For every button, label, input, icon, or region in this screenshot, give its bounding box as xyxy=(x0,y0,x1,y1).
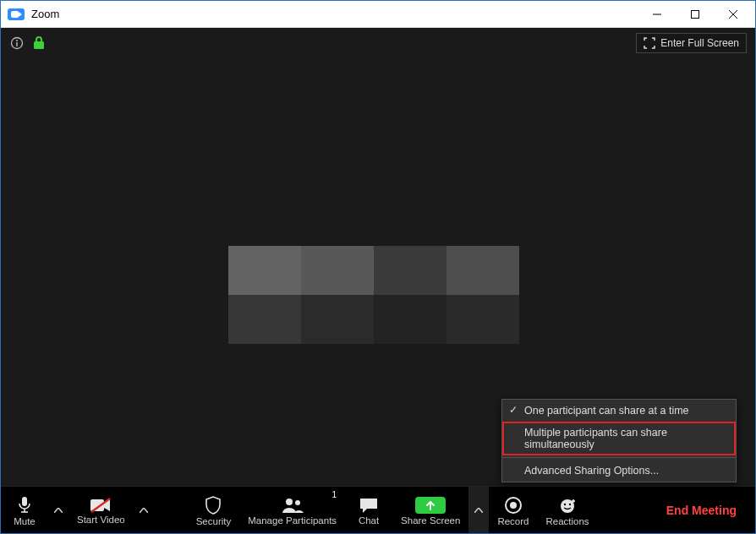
start-video-button[interactable]: Start Video xyxy=(68,487,134,533)
window-controls xyxy=(638,2,752,27)
chevron-up-icon xyxy=(54,508,63,513)
advanced-sharing-options[interactable]: Advanced Sharing Options... xyxy=(502,460,736,482)
zoom-window: Zoom Enter Full Screen xyxy=(0,0,756,534)
chevron-up-icon xyxy=(140,508,148,513)
titlebar: Zoom xyxy=(1,1,755,28)
fullscreen-label: Enter Full Screen xyxy=(660,37,739,49)
participants-count-badge: 1 xyxy=(332,490,337,499)
svg-point-19 xyxy=(569,503,571,504)
video-off-icon xyxy=(90,498,112,513)
svg-rect-8 xyxy=(22,497,27,506)
minimize-button[interactable] xyxy=(638,2,676,27)
enter-fullscreen-button[interactable]: Enter Full Screen xyxy=(636,33,747,53)
share-option-multiple[interactable]: Multiple participants can share simultan… xyxy=(502,422,736,455)
meeting-info-icon[interactable] xyxy=(9,35,25,51)
mute-button[interactable]: Mute xyxy=(1,487,48,533)
svg-point-14 xyxy=(295,500,300,505)
encryption-lock-icon[interactable] xyxy=(31,35,47,51)
svg-point-13 xyxy=(286,499,293,505)
svg-point-18 xyxy=(564,503,566,504)
reactions-button[interactable]: Reactions xyxy=(537,487,597,533)
meeting-toolbar: Mute Start Video Security xyxy=(1,486,755,533)
menu-separator xyxy=(502,457,736,458)
share-screen-button[interactable]: Share Screen xyxy=(392,487,468,533)
participants-icon xyxy=(281,497,304,514)
chat-icon xyxy=(359,497,379,514)
chevron-up-icon xyxy=(474,508,483,513)
reactions-icon xyxy=(558,496,577,515)
maximize-button[interactable] xyxy=(676,2,714,27)
microphone-icon xyxy=(16,496,33,515)
share-options-menu: One participant can share at a time Mult… xyxy=(501,399,737,482)
end-meeting-button[interactable]: End Meeting xyxy=(648,487,755,533)
video-area: One participant can share at a time Mult… xyxy=(1,58,755,486)
meeting-topbar: Enter Full Screen xyxy=(1,28,755,58)
video-options-chevron[interactable] xyxy=(134,487,154,533)
chat-button[interactable]: Chat xyxy=(345,487,392,533)
share-option-single[interactable]: One participant can share at a time xyxy=(502,400,736,422)
audio-options-chevron[interactable] xyxy=(48,487,68,533)
window-title: Zoom xyxy=(31,8,59,20)
share-screen-icon xyxy=(415,497,446,514)
shield-icon xyxy=(205,496,222,515)
svg-rect-6 xyxy=(16,42,17,46)
svg-point-5 xyxy=(16,40,18,41)
svg-rect-7 xyxy=(34,41,44,49)
manage-participants-button[interactable]: 1 Manage Participants xyxy=(239,487,345,533)
share-options-chevron[interactable] xyxy=(468,487,489,533)
redacted-name-area xyxy=(228,246,519,344)
zoom-app-icon xyxy=(8,8,25,20)
security-button[interactable]: Security xyxy=(188,487,240,533)
record-icon xyxy=(504,496,523,515)
svg-point-16 xyxy=(510,502,517,509)
record-button[interactable]: Record xyxy=(489,487,537,533)
svg-rect-1 xyxy=(691,10,698,18)
fullscreen-icon xyxy=(644,37,655,49)
close-button[interactable] xyxy=(714,2,752,27)
